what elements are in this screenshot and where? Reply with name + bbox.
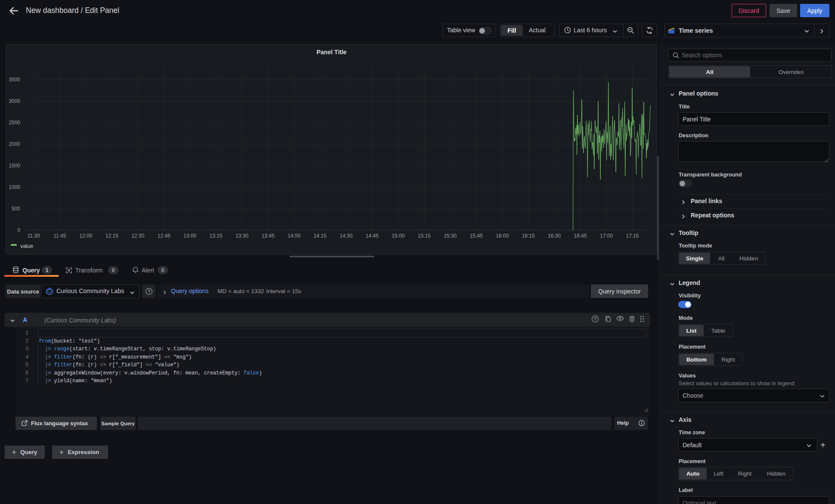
svg-text:13:30: 13:30 [236,233,248,239]
svg-text:500: 500 [12,206,20,212]
svg-text:11:30: 11:30 [28,233,40,239]
svg-text:12:45: 12:45 [158,233,171,239]
svg-text:12:00: 12:00 [79,233,92,239]
svg-text:17:15: 17:15 [626,233,639,239]
svg-text:value: value [20,243,33,249]
svg-text:15:00: 15:00 [392,233,405,239]
svg-text:16:00: 16:00 [496,233,509,239]
svg-text:16:45: 16:45 [574,233,587,239]
svg-text:14:45: 14:45 [366,233,379,239]
svg-text:2000: 2000 [9,141,20,147]
svg-text:2500: 2500 [9,120,20,126]
svg-text:1500: 1500 [9,163,20,169]
svg-text:16:15: 16:15 [522,233,535,239]
svg-text:3000: 3000 [9,98,20,104]
svg-text:14:15: 14:15 [314,233,326,239]
svg-text:1000: 1000 [9,184,20,190]
svg-text:13:15: 13:15 [209,233,222,239]
svg-text:3500: 3500 [9,77,20,83]
svg-text:15:15: 15:15 [418,233,431,239]
svg-text:13:00: 13:00 [183,233,196,239]
svg-text:15:45: 15:45 [470,233,483,239]
svg-text:14:30: 14:30 [340,233,353,239]
svg-text:15:30: 15:30 [444,233,456,239]
svg-text:14:00: 14:00 [288,233,301,239]
svg-text:16:30: 16:30 [548,233,561,239]
svg-text:12:15: 12:15 [106,233,118,239]
svg-text:12:30: 12:30 [131,233,144,239]
svg-text:17:00: 17:00 [600,233,613,239]
svg-text:13:45: 13:45 [261,233,274,239]
svg-text:11:45: 11:45 [53,233,66,239]
svg-text:0: 0 [17,227,20,233]
